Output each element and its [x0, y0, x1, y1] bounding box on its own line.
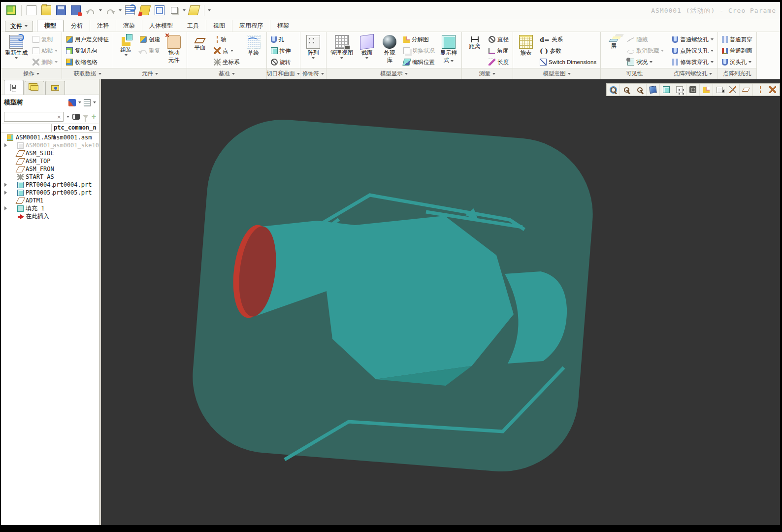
tab-file[interactable]: 文件	[5, 21, 33, 32]
appearance-gallery-button[interactable]: 外观 库	[379, 33, 400, 65]
tree-search-input[interactable]	[4, 113, 55, 121]
datum-csys-button[interactable]: 坐标系	[212, 57, 242, 67]
udf-button[interactable]: 用户定义特征	[64, 34, 111, 45]
windows-dropdown[interactable]	[183, 9, 186, 11]
point-display-button[interactable]	[766, 84, 780, 96]
plane-display-button[interactable]	[740, 84, 753, 96]
expand-arrow[interactable]	[4, 206, 7, 210]
undo-dropdown[interactable]	[99, 9, 102, 11]
tree-row-asm0001[interactable]: ASM0001.ASM asm0001.asm	[1, 133, 99, 141]
customize-toolbar-dropdown[interactable]	[208, 9, 211, 11]
tree-row-asm-side[interactable]: ASM_SIDE	[1, 149, 99, 157]
tree-settings-icon[interactable]	[68, 99, 76, 106]
tab-favorites[interactable]	[45, 81, 65, 95]
countersink-button[interactable]: 沉头孔	[720, 57, 754, 67]
search-options-dropdown[interactable]	[66, 116, 69, 118]
angle-button[interactable]: 角度	[487, 45, 511, 56]
find-icon[interactable]	[72, 114, 80, 120]
exploded-view-button[interactable]: 分解图	[401, 34, 437, 45]
tree-row-skeleton[interactable]: ASM0001_ asm0001_ske1000	[1, 141, 99, 149]
tree-row-start-csys[interactable]: START_AS	[1, 173, 99, 181]
group-label-model-intent[interactable]: 模型意图	[513, 68, 600, 79]
tree-row-prt0004[interactable]: PRT0004. prt0004.prt	[1, 181, 99, 189]
redo-button[interactable]	[104, 4, 117, 17]
tab-tools[interactable]: 工具	[180, 20, 206, 32]
delete-button[interactable]: 删除	[31, 57, 60, 67]
group-label-thread-holes[interactable]: 点阵列螺纹孔	[668, 68, 717, 79]
group-label-cut-surface[interactable]: 切口和曲面	[267, 68, 300, 79]
tab-analysis[interactable]: 分析	[64, 20, 90, 32]
extrude-button[interactable]: 拉伸	[269, 45, 293, 56]
repeat-button[interactable]: 重复	[138, 45, 162, 56]
tab-applications[interactable]: 应用程序	[232, 20, 270, 32]
tree-column-header[interactable]: ptc_common_n	[1, 124, 99, 133]
save-status-button[interactable]	[69, 4, 82, 17]
switch-dimensions-button[interactable]: Switch Dimensions	[538, 57, 598, 67]
group-label-measure[interactable]: 测量	[462, 68, 513, 79]
length-button[interactable]: 长度	[487, 57, 511, 67]
windows-button[interactable]	[168, 4, 181, 17]
assemble-button[interactable]: 组装	[115, 33, 137, 58]
zoom-out-button[interactable]	[633, 84, 647, 96]
pattern-counterbore-button[interactable]: 点阵沉头孔	[670, 45, 716, 56]
new-file-button[interactable]	[25, 4, 38, 17]
drag-components-button[interactable]: 拖动 元件	[163, 33, 185, 65]
view-manager-button[interactable]	[686, 84, 700, 96]
refit-button[interactable]	[607, 84, 620, 96]
sections-button[interactable]: 截面	[356, 33, 378, 61]
undo-button[interactable]	[84, 4, 97, 17]
redo-dropdown[interactable]	[119, 9, 122, 11]
display-style-toolbar-button[interactable]	[660, 84, 673, 96]
group-label-visibility[interactable]: 可见性	[601, 68, 668, 79]
parameters-button[interactable]: ( )参数	[538, 45, 598, 56]
tab-model-tree[interactable]	[4, 80, 24, 95]
copy-button[interactable]: 复制	[31, 34, 60, 45]
revolve-button[interactable]: 旋转	[269, 57, 293, 67]
group-label-modifiers[interactable]: 修饰符	[300, 68, 326, 79]
diameter-button[interactable]: 直径	[487, 34, 511, 45]
tree-row-adtm1[interactable]: ADTM1	[1, 197, 99, 204]
group-label-datum[interactable]: 基准	[187, 68, 266, 79]
pattern-button[interactable]: 阵列	[302, 33, 324, 61]
graphics-area[interactable]	[99, 79, 780, 528]
tree-row-asm-front[interactable]: ASM_FRON	[1, 165, 99, 173]
shrinkwrap-button[interactable]: 收缩包络	[64, 57, 111, 67]
standard-thread-hole-button[interactable]: 普通螺纹孔	[670, 34, 716, 45]
open-session-button[interactable]	[188, 4, 200, 17]
relations-button[interactable]: d=关系	[538, 34, 598, 45]
filter-icon[interactable]	[83, 115, 89, 119]
copy-geometry-button[interactable]: 复制几何	[64, 45, 111, 56]
group-label-component[interactable]: 元件	[113, 68, 187, 79]
family-table-button[interactable]: 族表	[515, 33, 537, 58]
tree-row-fill-1[interactable]: 填充 1	[1, 204, 99, 212]
manage-views-button[interactable]: 管理视图	[328, 33, 355, 61]
expand-arrow[interactable]	[4, 191, 7, 195]
distance-button[interactable]: 距离	[464, 33, 486, 51]
tree-row-insert-here[interactable]: 在此插入	[1, 212, 99, 220]
regenerate-qat-button[interactable]	[124, 4, 136, 17]
model-canvas[interactable]	[101, 79, 780, 525]
hole-button[interactable]: 孔	[269, 34, 293, 45]
tab-render[interactable]: 渲染	[116, 20, 142, 32]
tab-view[interactable]: 视图	[206, 20, 232, 32]
datum-axis-button[interactable]: 轴	[212, 34, 242, 45]
status-button[interactable]: 状况	[625, 57, 666, 67]
paste-button[interactable]: 粘贴	[31, 45, 60, 56]
group-label-get-data[interactable]: 获取数据	[62, 68, 113, 79]
tree-row-prt0005[interactable]: PRT0005. prt0005.prt	[1, 189, 99, 197]
clear-search-button[interactable]: ×	[55, 113, 63, 121]
switch-state-button[interactable]: 切换状况	[401, 45, 437, 56]
sketch-button[interactable]: 草绘	[243, 33, 264, 58]
tab-folder-browser[interactable]	[25, 81, 44, 95]
tab-framework[interactable]: 框架	[270, 20, 296, 32]
display-style-button[interactable]: 显示样 式	[438, 33, 459, 65]
edit-position-button[interactable]: 编辑位置	[401, 57, 437, 67]
to-surface-button[interactable]: 普通到面	[720, 45, 754, 56]
open-file-button[interactable]	[40, 4, 53, 17]
regenerate-button[interactable]: 重新生成	[3, 33, 30, 61]
tab-manikin[interactable]: 人体模型	[142, 20, 180, 32]
repaint-button[interactable]	[647, 84, 660, 96]
exploded-view-toolbar-button[interactable]	[700, 84, 713, 96]
tab-model[interactable]: 模型	[37, 20, 64, 32]
layers-button[interactable]: 层	[603, 33, 624, 51]
